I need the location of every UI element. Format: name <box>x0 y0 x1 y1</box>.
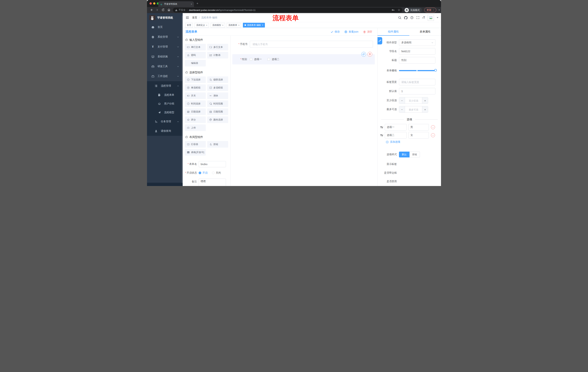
palette-item-switch[interactable]: 开关 <box>185 93 206 99</box>
drag-handle-icon[interactable] <box>380 134 383 137</box>
palette-item-row-container[interactable]: 行容器 <box>185 141 206 148</box>
checkbox-unchecked-icon[interactable] <box>267 58 270 61</box>
stepper-minus-button[interactable]: − <box>399 106 405 112</box>
toolbar-caret-icon[interactable] <box>439 10 440 11</box>
save-button[interactable]: 保存 <box>331 30 340 33</box>
clear-button[interactable]: 清空 <box>363 30 372 33</box>
gender-option-1[interactable]: 选项一 <box>250 58 262 61</box>
palette-item-slider[interactable]: 滑块 <box>207 93 228 99</box>
palette-item-radio-group[interactable]: 单选框组 <box>185 85 206 91</box>
canvas-phone-field[interactable]: *手机号 <box>234 41 373 48</box>
palette-item-date-picker[interactable]: 日期选择 <box>185 108 206 115</box>
sidebar-item-payment[interactable]: ¥ 支付管理 <box>147 42 183 52</box>
view-json-button[interactable]: 查看json <box>344 30 358 33</box>
max-select-input[interactable] <box>405 106 422 113</box>
font-size-icon[interactable]: тT <box>422 16 425 19</box>
tag-process-form-edit[interactable]: 流程表单-编辑× <box>243 23 265 28</box>
tag-process-form[interactable]: 流程表单× <box>227 23 241 28</box>
palette-item-upload[interactable]: 上传 <box>185 125 206 131</box>
delete-component-button[interactable] <box>368 52 372 57</box>
bookmark-star-icon[interactable]: ☆ <box>398 9 400 11</box>
reload-icon[interactable] <box>162 8 165 11</box>
new-tab-button[interactable]: + <box>197 2 198 5</box>
slider-handle[interactable] <box>434 69 437 72</box>
sidebar-item-system[interactable]: 系统管理 <box>147 32 183 42</box>
tag-close-icon[interactable]: × <box>238 24 239 27</box>
tab-close-icon[interactable]: × <box>191 3 192 5</box>
sidebar-item-leave-query[interactable]: 请假查询 <box>147 126 183 136</box>
gender-option-2[interactable]: 选项二 <box>267 58 279 61</box>
form-name-input[interactable] <box>199 161 226 167</box>
palette-item-select[interactable]: 下拉选择 <box>185 76 206 83</box>
checkbox-unchecked-icon[interactable] <box>250 58 252 61</box>
drag-handle-icon[interactable] <box>380 126 383 129</box>
title-input[interactable] <box>399 57 435 64</box>
palette-item-textarea[interactable]: 多行文本 <box>207 44 228 50</box>
stepper-minus-button[interactable]: − <box>399 97 405 104</box>
tag-process-model[interactable]: 流程模型× <box>211 23 225 28</box>
palette-item-checkbox-group[interactable]: 多选框组 <box>207 85 228 91</box>
sidebar-item-devtools[interactable]: 研发工具 <box>147 62 183 71</box>
tag-home[interactable]: 首页 <box>185 23 193 28</box>
palette-item-button[interactable]: 按钮 <box>207 141 228 148</box>
window-minimize-button[interactable] <box>153 2 155 5</box>
palette-item-counter[interactable]: 123计数器 <box>207 52 228 58</box>
search-icon[interactable] <box>398 16 401 19</box>
json-drawer-handle[interactable] <box>378 37 382 44</box>
palette-item-password[interactable]: 密码 <box>185 52 206 58</box>
tab-form-props[interactable]: 表单属性 <box>409 28 441 35</box>
window-close-button[interactable] <box>149 2 152 5</box>
help-icon[interactable] <box>410 16 413 19</box>
back-icon[interactable] <box>150 8 153 11</box>
palette-item-table[interactable]: 表格[开发中] <box>185 149 206 156</box>
avatar[interactable] <box>428 15 434 21</box>
sidebar-item-infra[interactable]: 基础设施 <box>147 52 183 62</box>
palette-item-cascader[interactable]: 级联选择 <box>207 76 228 83</box>
forward-icon[interactable] <box>156 8 159 11</box>
palette-item-date-range[interactable]: 日期范围 <box>207 108 228 115</box>
field-name-input[interactable] <box>399 48 435 55</box>
status-radio-on[interactable]: 开启 <box>199 171 208 175</box>
sidebar-item-process-model[interactable]: 流程模型 <box>147 108 183 117</box>
url-bar[interactable]: 不安全 dashboard.yudao.iocoder.cn/bpm/manag… <box>173 8 402 12</box>
option-value-input[interactable] <box>409 132 429 138</box>
option-name-input[interactable] <box>385 132 407 138</box>
remove-option-button[interactable]: − <box>431 133 435 137</box>
stepper-plus-button[interactable]: + <box>422 97 428 104</box>
option-name-input[interactable] <box>385 124 407 130</box>
password-key-icon[interactable] <box>391 8 395 12</box>
url-text[interactable]: dashboard.yudao.iocoder.cn/bpm/manager/f… <box>189 9 256 11</box>
sidebar-item-workflow[interactable]: 工作流程 <box>147 71 183 81</box>
browser-update-button[interactable]: 更新 ⋮ <box>424 8 436 12</box>
canvas-gender-field-selected[interactable]: *性别 选项一 选项二 <box>232 54 375 64</box>
sidebar-item-process-mgmt[interactable]: 流程管理 <box>147 81 183 91</box>
tab-component-props[interactable]: 组件属性 <box>378 28 409 35</box>
hamburger-icon[interactable] <box>186 16 189 20</box>
security-label[interactable]: 不安全 <box>179 9 186 12</box>
style-button-button[interactable]: 按钮 <box>410 152 420 158</box>
copy-component-button[interactable] <box>361 52 366 57</box>
browser-tab[interactable]: 芋道管理系统 × <box>158 1 194 7</box>
browser-menu-icon[interactable]: ⋮ <box>432 9 435 11</box>
phone-input[interactable] <box>250 41 373 48</box>
min-select-input[interactable] <box>405 97 422 104</box>
palette-item-editor[interactable]: 编辑器 <box>185 60 206 66</box>
breadcrumb-home[interactable]: 首页 <box>192 16 197 19</box>
option-value-input[interactable] <box>409 124 429 130</box>
tag-process-definition[interactable]: 流程定义× <box>194 23 209 28</box>
sidebar-item-home[interactable]: 首页 <box>147 22 183 32</box>
status-radio-off[interactable]: 关闭 <box>212 171 221 175</box>
style-default-button[interactable]: 默认 <box>399 152 410 158</box>
default-value-input[interactable] <box>399 88 435 95</box>
sidebar-item-user-group[interactable]: 用户分组 <box>147 99 183 108</box>
palette-item-color-picker[interactable]: 颜色选择 <box>207 117 228 123</box>
stepper-plus-button[interactable]: + <box>422 106 428 112</box>
palette-item-single-text[interactable]: 单行文本 <box>185 44 206 50</box>
home-icon[interactable] <box>167 8 170 11</box>
label-width-input[interactable] <box>399 79 435 85</box>
form-remark-textarea[interactable]: 嘿嘿 <box>199 179 226 186</box>
tag-close-icon[interactable]: × <box>262 24 263 26</box>
remove-option-button[interactable]: − <box>431 125 435 129</box>
palette-item-rate[interactable]: 评分 <box>185 117 206 123</box>
grid-slider[interactable] <box>399 70 435 71</box>
